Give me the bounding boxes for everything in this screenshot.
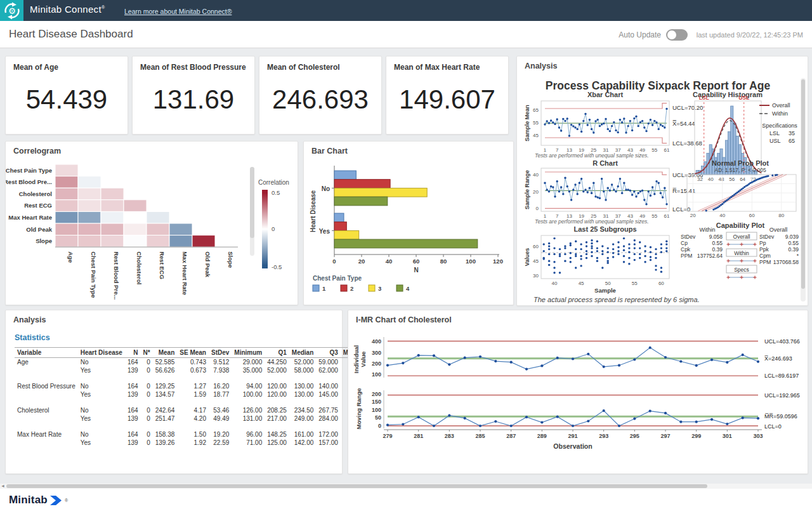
table-row: AgeNo164052.5850.7439.51229.00044.25052.… — [15, 358, 375, 367]
svg-text:80: 80 — [778, 213, 784, 218]
svg-text:200: 200 — [372, 360, 381, 367]
svg-text:No: No — [322, 185, 330, 192]
svg-text:0: 0 — [378, 423, 381, 429]
svg-text:PPM: PPM — [681, 253, 692, 259]
column-header: Heart Disease — [78, 348, 125, 358]
svg-text:40: 40 — [533, 172, 539, 178]
svg-text:293: 293 — [599, 433, 608, 439]
svg-text:35: 35 — [789, 130, 795, 136]
panel-title: I-MR Chart of Cholesterol — [356, 315, 452, 324]
svg-text:Tests are performed with unequ: Tests are performed with unequal sample … — [535, 152, 649, 159]
svg-text:100: 100 — [372, 407, 381, 413]
svg-text:285: 285 — [475, 433, 485, 439]
svg-text:299: 299 — [691, 433, 701, 439]
panel-title: Correlogram — [13, 147, 61, 155]
table-row: Yes1390134.571.5918.77100.00120.00130.00… — [15, 390, 375, 399]
svg-text:Within: Within — [772, 110, 788, 117]
svg-text:LCL=38.68: LCL=38.68 — [672, 140, 702, 147]
column-header: N* — [141, 348, 153, 358]
svg-text:Heart Disease: Heart Disease — [310, 190, 317, 232]
svg-text:Rest ECG: Rest ECG — [24, 202, 52, 209]
svg-text:297: 297 — [660, 433, 670, 439]
metric-card-max-heart-rate: Mean of Max Heart Rate 149.607 — [386, 56, 509, 135]
svg-text:100: 100 — [466, 258, 476, 265]
footer-brand-text: Minitab — [9, 494, 48, 506]
svg-text:UCL=70.20: UCL=70.20 — [672, 104, 703, 111]
svg-text:Rest Blood Pre...: Rest Blood Pre... — [6, 178, 52, 185]
svg-text:1: 1 — [322, 285, 326, 292]
horizontal-scrollbar[interactable]: ◄ — [0, 484, 812, 489]
svg-text:295: 295 — [630, 433, 639, 439]
svg-text:Rest ECG: Rest ECG — [159, 251, 166, 279]
svg-text:LSL: LSL — [699, 95, 709, 101]
sixpack-chart: Process Capability Sixpack Report for Ag… — [517, 56, 808, 305]
svg-text:61: 61 — [664, 147, 670, 153]
column-header: Q1 — [265, 348, 289, 358]
svg-text:55: 55 — [632, 281, 638, 286]
svg-text:Tests are performed with unequ: Tests are performed with unequal sample … — [535, 218, 649, 225]
correlogram-chart: Chest Pain TypeRest Blood Pre...Choleste… — [6, 142, 296, 303]
metric-card-age: Mean of Age 54.439 — [5, 56, 128, 135]
card-title: Mean of Age — [13, 63, 58, 72]
last-updated-text: last updated 9/20/22, 12:45:23 PM — [697, 31, 803, 39]
svg-text:Cp: Cp — [681, 240, 688, 246]
svg-text:UCL=403.766: UCL=403.766 — [764, 338, 800, 345]
svg-text:Last 25 Subgroups: Last 25 Subgroups — [573, 225, 636, 233]
svg-text:⚙: ⚙ — [8, 6, 15, 15]
svg-text:50: 50 — [375, 414, 381, 421]
svg-text:60: 60 — [658, 281, 664, 286]
svg-text:45: 45 — [579, 281, 584, 286]
sixpack-scrollbar[interactable] — [801, 78, 806, 301]
svg-text:Observation: Observation — [553, 442, 592, 450]
svg-text:279: 279 — [383, 433, 392, 439]
svg-text:0.55: 0.55 — [712, 240, 723, 246]
svg-text:-0.5: -0.5 — [272, 263, 282, 270]
statistics-section-title: Statistics — [15, 333, 50, 342]
svg-text:55: 55 — [652, 213, 657, 219]
card-title: Mean of Max Heart Rate — [394, 63, 480, 72]
svg-text:45: 45 — [533, 258, 539, 264]
svg-text:Slope: Slope — [227, 251, 234, 268]
svg-text:9.058: 9.058 — [709, 234, 723, 240]
learn-more-link[interactable]: Learn more about Minitab Connect® — [124, 8, 232, 15]
svg-text:Normal Prob Plot: Normal Prob Plot — [712, 159, 769, 167]
scroll-left-arrow-icon[interactable]: ◄ — [1, 484, 5, 489]
svg-text:4: 4 — [406, 285, 410, 292]
bar-chart-legend: Chest Pain Type1234 — [313, 275, 410, 292]
svg-text:Old Peak: Old Peak — [26, 226, 52, 233]
svg-text:Old Peak: Old Peak — [204, 251, 211, 277]
table-row: Yes1390139.261.9222.5971.00125.00142.001… — [15, 439, 375, 447]
svg-text:Specifications: Specifications — [762, 122, 797, 129]
card-value: 54.439 — [6, 84, 128, 115]
scrollbar-thumb[interactable] — [801, 79, 805, 289]
column-header: N — [125, 348, 141, 358]
minitab-footer-logo: Minitab ® — [9, 494, 68, 506]
svg-text:Overall: Overall — [769, 227, 788, 233]
svg-text:150: 150 — [372, 399, 381, 405]
toggle-knob — [667, 30, 676, 39]
svg-text:Moving Range: Moving Range — [355, 388, 362, 430]
svg-text:60: 60 — [533, 244, 539, 249]
svg-text:Sample Range: Sample Range — [524, 170, 530, 209]
svg-text:Cholesterol: Cholesterol — [19, 190, 52, 197]
svg-text:Cpm: Cpm — [759, 253, 771, 259]
scrollbar-thumb[interactable] — [6, 484, 707, 488]
page-header: Heart Disease Dashboard Auto Update last… — [0, 21, 812, 48]
card-value: 149.607 — [386, 84, 508, 115]
svg-text:281: 281 — [414, 433, 423, 439]
svg-text:40: 40 — [708, 176, 714, 182]
minitab-connect-logo[interactable]: ⚙ — [0, 0, 23, 21]
sync-gear-icon: ⚙ — [3, 2, 22, 20]
individual-value-chart: 100200300400UCL=403.766X̅=246.693LCL=89.… — [353, 337, 800, 379]
auto-update-toggle[interactable] — [666, 29, 688, 41]
moving-range-chart: 050100150200UCL=192.965M̅R̅=59.0596LCL=0… — [355, 388, 800, 430]
statistics-analysis-panel: Analysis Statistics VariableHeart Diseas… — [5, 310, 343, 474]
card-title: Mean of Rest Blood Pressure — [140, 63, 246, 72]
svg-text:Cpk: Cpk — [681, 246, 691, 253]
table-row: Yes139056.6260.6737.93835.00052.00058.00… — [15, 366, 375, 374]
svg-text:0.39: 0.39 — [788, 246, 799, 253]
svg-text:0: 0 — [332, 258, 336, 265]
svg-text:65: 65 — [789, 138, 795, 144]
minitab-connect-dashboard: ⚙ Minitab Connect® Learn more about Mini… — [0, 0, 812, 509]
svg-text:301: 301 — [723, 433, 732, 439]
